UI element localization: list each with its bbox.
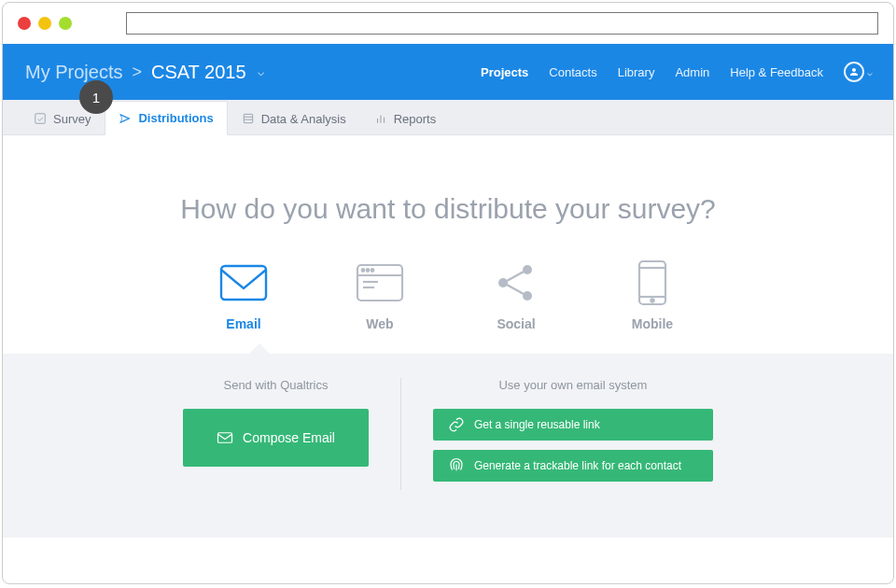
single-link-label: Get a single reusable link: [474, 418, 600, 431]
svg-rect-1: [244, 114, 252, 122]
top-nav: Projects Contacts Library Admin Help & F…: [481, 60, 873, 85]
project-tabs: Survey Distributions Data & Analysis Rep…: [3, 100, 893, 135]
svg-rect-7: [221, 266, 266, 300]
svg-point-23: [651, 299, 653, 301]
svg-point-16: [523, 265, 532, 274]
bars-icon: [374, 112, 387, 125]
breadcrumb: My Projects > CSAT 2015 ⌵: [25, 62, 264, 83]
svg-line-19: [507, 285, 524, 294]
tab-data-label: Data & Analysis: [261, 112, 346, 126]
compose-email-button[interactable]: Compose Email: [183, 409, 369, 467]
single-reusable-link-button[interactable]: Get a single reusable link: [433, 409, 713, 441]
trackable-link-button[interactable]: Generate a trackable link for each conta…: [433, 450, 713, 482]
web-icon: [355, 262, 405, 303]
send-with-qualtrics-col: Send with Qualtrics Compose Email: [151, 378, 400, 467]
nav-library[interactable]: Library: [618, 60, 655, 85]
paper-plane-icon: [119, 112, 132, 125]
svg-point-17: [523, 291, 532, 301]
chevron-down-icon[interactable]: ⌵: [258, 65, 264, 78]
own-email-col: Use your own email system Get a single r…: [401, 378, 745, 491]
breadcrumb-current[interactable]: CSAT 2015: [151, 62, 246, 83]
app-window: My Projects > CSAT 2015 ⌵ Projects Conta…: [2, 2, 894, 584]
envelope-icon: [217, 429, 233, 446]
method-mobile[interactable]: Mobile: [627, 262, 678, 331]
method-social[interactable]: Social: [491, 262, 541, 331]
nav-admin[interactable]: Admin: [675, 60, 709, 85]
mobile-icon: [627, 262, 678, 303]
method-email[interactable]: Email: [218, 262, 269, 331]
page-headline: How do you want to distribute your surve…: [31, 193, 865, 225]
tab-reports-label: Reports: [394, 112, 437, 126]
method-web[interactable]: Web: [355, 262, 405, 331]
fingerprint-icon: [448, 457, 465, 474]
app-header: My Projects > CSAT 2015 ⌵ Projects Conta…: [3, 44, 893, 100]
link-icon: [448, 416, 465, 433]
breadcrumb-sep: >: [132, 63, 142, 82]
close-window-dot[interactable]: [18, 17, 31, 30]
email-options-panel: Send with Qualtrics Compose Email Use yo…: [3, 354, 893, 538]
nav-help[interactable]: Help & Feedback: [730, 60, 823, 85]
pencil-icon: [34, 112, 47, 125]
svg-point-11: [367, 269, 370, 272]
method-social-label: Social: [497, 316, 535, 331]
step-badge: 1: [79, 80, 113, 114]
minimize-window-dot[interactable]: [38, 17, 51, 30]
panel-caret: [249, 343, 270, 354]
main-content: How do you want to distribute your surve…: [3, 135, 893, 538]
tab-reports[interactable]: Reports: [360, 101, 451, 135]
trackable-link-label: Generate a trackable link for each conta…: [474, 459, 681, 472]
maximize-window-dot[interactable]: [59, 17, 72, 30]
account-menu[interactable]: ⌵: [844, 62, 873, 82]
browser-titlebar: [3, 3, 893, 44]
email-icon: [218, 262, 269, 303]
tab-distributions[interactable]: Distributions: [105, 101, 227, 135]
svg-rect-0: [35, 114, 46, 124]
method-mobile-label: Mobile: [632, 316, 673, 331]
method-web-label: Web: [366, 316, 393, 331]
distribution-methods: Email Web Social Mobile: [31, 262, 865, 331]
list-icon: [242, 112, 255, 125]
url-bar[interactable]: [126, 12, 878, 35]
svg-line-18: [507, 272, 524, 281]
nav-projects[interactable]: Projects: [481, 60, 528, 85]
avatar-icon: [844, 62, 864, 82]
method-email-label: Email: [226, 316, 260, 331]
svg-rect-24: [218, 433, 232, 443]
own-email-title: Use your own email system: [498, 378, 647, 392]
send-with-qualtrics-title: Send with Qualtrics: [223, 378, 328, 392]
breadcrumb-root[interactable]: My Projects: [25, 62, 122, 83]
svg-point-10: [362, 269, 365, 272]
compose-email-label: Compose Email: [243, 430, 335, 445]
tab-data[interactable]: Data & Analysis: [228, 101, 360, 135]
chevron-down-icon: ⌵: [867, 67, 873, 77]
tab-distributions-label: Distributions: [138, 111, 213, 125]
svg-point-15: [498, 278, 508, 287]
nav-contacts[interactable]: Contacts: [549, 60, 596, 85]
tab-survey-label: Survey: [53, 112, 91, 126]
svg-point-12: [371, 269, 374, 272]
social-icon: [491, 262, 541, 303]
